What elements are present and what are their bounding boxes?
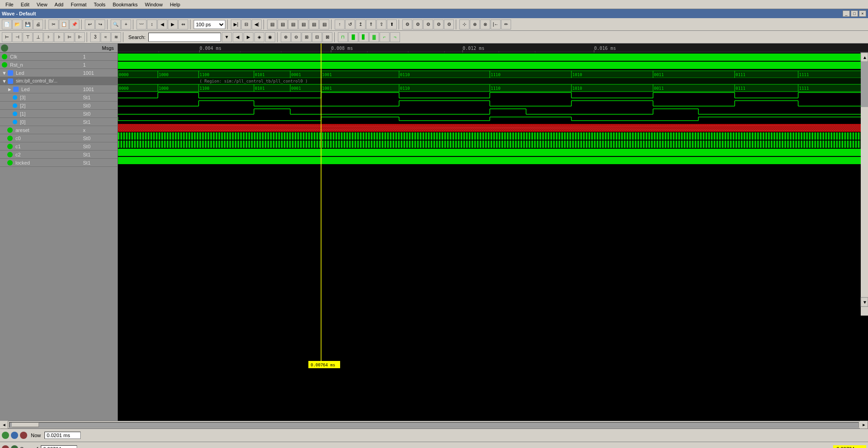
step3[interactable]: ⇧ — [376, 19, 386, 29]
wave-shape6[interactable]: ¬ — [390, 32, 400, 42]
select-button[interactable]: ⊹ — [459, 19, 469, 29]
wave-shape5[interactable]: ⌐ — [380, 32, 390, 42]
wave-shape3[interactable]: ▊ — [359, 32, 369, 42]
config1[interactable]: ⚙ — [402, 19, 412, 29]
close-button[interactable]: × — [859, 10, 866, 17]
zoom-in-btn[interactable]: ⊕ — [281, 32, 291, 42]
led2-expand-icon[interactable]: ► — [7, 87, 12, 92]
config2[interactable]: ⚙ — [413, 19, 423, 29]
signal-row[interactable]: Clk 1 — [0, 53, 117, 61]
config3[interactable]: ⚙ — [423, 19, 433, 29]
menu-bookmarks[interactable]: Bookmarks — [109, 1, 141, 8]
tb2-6[interactable]: ⊧ — [54, 32, 64, 42]
search-prev[interactable]: ◀ — [233, 32, 243, 42]
tb2-7[interactable]: ⊨ — [64, 32, 74, 42]
cursor-button[interactable]: ↕ — [147, 19, 157, 29]
cut-button[interactable]: ✂ — [49, 19, 59, 29]
config4[interactable]: ⚙ — [434, 19, 444, 29]
marker3[interactable]: ▤ — [288, 19, 298, 29]
search-opt2[interactable]: ◉ — [265, 32, 275, 42]
menu-view[interactable]: View — [33, 1, 51, 8]
expand-button[interactable]: ⇔ — [178, 19, 188, 29]
wave-area[interactable]: 0.004 ms 0.008 ms 0.012 ms 0.016 ms — [118, 44, 868, 421]
signal-row[interactable]: [2] St0 — [0, 102, 117, 110]
zoom-button[interactable]: ⊕ — [470, 19, 480, 29]
zoom-out-btn[interactable]: ⊖ — [291, 32, 301, 42]
waveform-svg[interactable]: 0.004 ms 0.008 ms 0.012 ms 0.016 ms — [118, 44, 868, 421]
tb2-8[interactable]: ⊩ — [75, 32, 85, 42]
up-arrow[interactable]: ↑ — [335, 19, 345, 29]
signal-row[interactable]: c0 St0 — [0, 134, 117, 142]
zoom-sel-btn[interactable]: ⊟ — [312, 32, 322, 42]
marker6[interactable]: ▤ — [319, 19, 329, 29]
tb2-2[interactable]: ⊣ — [12, 32, 22, 42]
menu-window[interactable]: Window — [141, 1, 166, 8]
signal-row[interactable]: ▼ sim:/pll_control_tb/... — [0, 77, 117, 85]
menu-file[interactable]: File — [2, 1, 17, 8]
tb2-10[interactable]: ≈ — [101, 32, 111, 42]
menu-help[interactable]: Help — [166, 1, 184, 8]
marker1[interactable]: ▤ — [267, 19, 277, 29]
open-button[interactable]: 📂 — [12, 19, 22, 29]
step2[interactable]: ⇑ — [366, 19, 376, 29]
zoom-full[interactable]: ⊟ — [241, 19, 251, 29]
time-unit-select[interactable]: 100 ps 1 ns 10 ns — [194, 20, 225, 29]
tb2-3[interactable]: ⊤ — [23, 32, 33, 42]
zoom-prev[interactable]: ◀| — [252, 19, 262, 29]
marker4[interactable]: ▤ — [298, 19, 308, 29]
menu-format[interactable]: Format — [67, 1, 90, 8]
zoom-full-btn[interactable]: ⊠ — [322, 32, 332, 42]
tb2-5[interactable]: ⊦ — [44, 32, 54, 42]
find-button[interactable]: 🔍 — [111, 19, 121, 29]
maximize-button[interactable]: □ — [851, 10, 858, 17]
signal-row[interactable]: ▼ Led 1001 — [0, 69, 117, 77]
menu-tools[interactable]: Tools — [90, 1, 109, 8]
scroll-left-btn[interactable]: ◄ — [0, 421, 8, 429]
scroll-right-btn[interactable]: ► — [860, 421, 868, 429]
signal-row[interactable]: locked St1 — [0, 159, 117, 167]
signal-add-button[interactable]: + — [121, 19, 131, 29]
tb2-1[interactable]: ⊢ — [2, 32, 12, 42]
print-button[interactable]: 🖨 — [33, 19, 43, 29]
redo-button[interactable]: ↪ — [95, 19, 105, 29]
refresh[interactable]: ↺ — [345, 19, 355, 29]
copy-button[interactable]: 📋 — [59, 19, 69, 29]
paste-button[interactable]: 📌 — [69, 19, 79, 29]
sim-expand-icon[interactable]: ▼ — [2, 78, 7, 84]
scrollbar-thumb[interactable] — [12, 423, 39, 427]
zoom-in-wave[interactable]: ▶| — [231, 19, 241, 29]
horizontal-scrollbar[interactable]: ◄ ► — [0, 421, 868, 428]
new-button[interactable]: 📄 — [2, 19, 12, 29]
tb2-4[interactable]: ⊥ — [33, 32, 43, 42]
search-next[interactable]: ▶ — [244, 32, 254, 42]
wave-shape2[interactable]: █ — [348, 32, 358, 42]
signal-row[interactable]: Rst_n 1 — [0, 61, 117, 69]
search-go[interactable]: ▼ — [222, 32, 232, 42]
signal-row[interactable]: areset x — [0, 126, 117, 134]
zoom-all-btn[interactable]: ⊞ — [302, 32, 312, 42]
save-button[interactable]: 💾 — [23, 19, 33, 29]
step4[interactable]: ⬆ — [387, 19, 397, 29]
next-button[interactable]: ▶ — [168, 19, 178, 29]
wave-shape1[interactable]: ⊓ — [338, 32, 348, 42]
menu-edit[interactable]: Edit — [17, 1, 33, 8]
marker2[interactable]: ▤ — [278, 19, 288, 29]
signal-row[interactable]: c2 St1 — [0, 151, 117, 159]
undo-button[interactable]: ↩ — [85, 19, 95, 29]
signal-row[interactable]: [0] St1 — [0, 118, 117, 126]
signal-row[interactable]: c1 St0 — [0, 142, 117, 151]
menu-add[interactable]: Add — [51, 1, 67, 8]
config5[interactable]: ⚙ — [444, 19, 454, 29]
scrollbar-track[interactable] — [9, 422, 859, 428]
minimize-button[interactable]: _ — [843, 10, 850, 17]
edit-button[interactable]: ✏ — [501, 19, 511, 29]
search-input[interactable] — [148, 33, 221, 42]
signal-row[interactable]: [1] St0 — [0, 110, 117, 118]
led-expand-icon[interactable]: ▼ — [2, 70, 7, 76]
wave-button[interactable]: 〰 — [137, 19, 146, 29]
tb2-9[interactable]: 3 — [90, 32, 100, 42]
wave-shape4[interactable]: ▓ — [369, 32, 379, 42]
marker5[interactable]: ▤ — [309, 19, 319, 29]
signal-row[interactable]: ► Led 1001 — [0, 85, 117, 93]
tb2-11[interactable]: ≋ — [111, 32, 121, 42]
